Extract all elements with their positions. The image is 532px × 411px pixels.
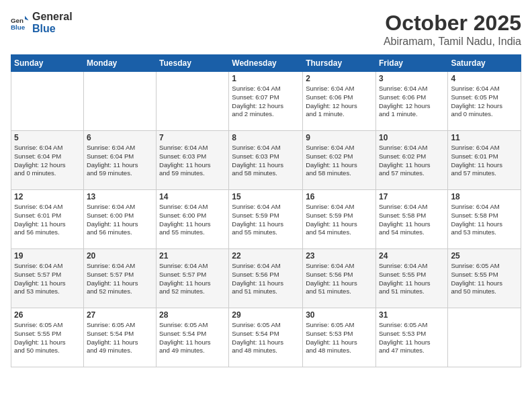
- day-number: 8: [232, 133, 300, 142]
- day-info: Sunrise: 6:04 AMSunset: 5:55 PMDaylight:…: [379, 262, 445, 296]
- day-cell: 18Sunrise: 6:04 AMSunset: 5:58 PMDayligh…: [448, 190, 521, 249]
- week-row-2: 5Sunrise: 6:04 AMSunset: 6:04 PMDaylight…: [11, 131, 521, 190]
- day-number: 31: [379, 310, 445, 320]
- day-cell: 11Sunrise: 6:04 AMSunset: 6:01 PMDayligh…: [448, 131, 521, 190]
- week-row-1: 1Sunrise: 6:04 AMSunset: 6:07 PMDaylight…: [11, 72, 521, 131]
- day-info: Sunrise: 6:04 AMSunset: 6:00 PMDaylight:…: [87, 203, 153, 237]
- day-cell: 25Sunrise: 6:05 AMSunset: 5:55 PMDayligh…: [448, 249, 521, 308]
- day-cell: 21Sunrise: 6:04 AMSunset: 5:57 PMDayligh…: [157, 249, 229, 308]
- svg-text:Blue: Blue: [11, 23, 26, 30]
- day-info: Sunrise: 6:04 AMSunset: 5:59 PMDaylight:…: [232, 203, 300, 237]
- day-info: Sunrise: 6:04 AMSunset: 6:02 PMDaylight:…: [306, 144, 373, 178]
- svg-marker-2: [25, 15, 29, 20]
- day-cell: 24Sunrise: 6:04 AMSunset: 5:55 PMDayligh…: [375, 249, 447, 308]
- day-info: Sunrise: 6:04 AMSunset: 5:58 PMDaylight:…: [379, 203, 445, 237]
- day-number: 5: [14, 133, 81, 142]
- day-cell: 23Sunrise: 6:04 AMSunset: 5:56 PMDayligh…: [303, 249, 376, 308]
- day-info: Sunrise: 6:04 AMSunset: 5:56 PMDaylight:…: [306, 262, 373, 296]
- day-cell: 31Sunrise: 6:05 AMSunset: 5:53 PMDayligh…: [375, 308, 447, 367]
- weekday-header-wednesday: Wednesday: [229, 55, 303, 72]
- day-info: Sunrise: 6:05 AMSunset: 5:55 PMDaylight:…: [451, 262, 518, 296]
- day-cell: 9Sunrise: 6:04 AMSunset: 6:02 PMDaylight…: [303, 131, 376, 190]
- weekday-header-tuesday: Tuesday: [157, 55, 229, 72]
- day-cell: 16Sunrise: 6:04 AMSunset: 5:59 PMDayligh…: [303, 190, 376, 249]
- day-number: 19: [14, 251, 81, 261]
- day-cell: 26Sunrise: 6:05 AMSunset: 5:55 PMDayligh…: [11, 308, 84, 367]
- day-info: Sunrise: 6:04 AMSunset: 5:57 PMDaylight:…: [159, 262, 226, 296]
- day-cell: 7Sunrise: 6:04 AMSunset: 6:03 PMDaylight…: [157, 131, 229, 190]
- weekday-header-friday: Friday: [375, 55, 447, 72]
- logo-icon: Gen Blue: [11, 13, 30, 32]
- day-cell: 29Sunrise: 6:05 AMSunset: 5:54 PMDayligh…: [229, 308, 303, 367]
- weekday-header-sunday: Sunday: [11, 55, 84, 72]
- day-number: 25: [451, 251, 518, 261]
- weekday-header-monday: Monday: [83, 55, 156, 72]
- logo: Gen Blue General Blue: [11, 11, 73, 34]
- day-cell: 17Sunrise: 6:04 AMSunset: 5:58 PMDayligh…: [375, 190, 447, 249]
- day-info: Sunrise: 6:04 AMSunset: 6:04 PMDaylight:…: [14, 144, 81, 178]
- day-info: Sunrise: 6:04 AMSunset: 6:01 PMDaylight:…: [14, 203, 81, 237]
- day-number: 24: [379, 251, 445, 261]
- week-row-5: 26Sunrise: 6:05 AMSunset: 5:55 PMDayligh…: [11, 308, 521, 367]
- day-cell: 10Sunrise: 6:04 AMSunset: 6:02 PMDayligh…: [375, 131, 447, 190]
- weekday-header-thursday: Thursday: [303, 55, 376, 72]
- day-cell: 8Sunrise: 6:04 AMSunset: 6:03 PMDaylight…: [229, 131, 303, 190]
- day-info: Sunrise: 6:04 AMSunset: 6:06 PMDaylight:…: [379, 85, 445, 119]
- day-number: 4: [451, 74, 518, 83]
- day-number: 13: [87, 192, 153, 201]
- weekday-header-row: SundayMondayTuesdayWednesdayThursdayFrid…: [11, 55, 521, 72]
- day-number: 30: [306, 310, 373, 320]
- day-number: 17: [379, 192, 445, 201]
- day-info: Sunrise: 6:04 AMSunset: 5:56 PMDaylight:…: [232, 262, 300, 296]
- day-info: Sunrise: 6:05 AMSunset: 5:53 PMDaylight:…: [379, 321, 445, 355]
- day-info: Sunrise: 6:04 AMSunset: 6:04 PMDaylight:…: [87, 144, 153, 178]
- week-row-3: 12Sunrise: 6:04 AMSunset: 6:01 PMDayligh…: [11, 190, 521, 249]
- day-info: Sunrise: 6:05 AMSunset: 5:55 PMDaylight:…: [14, 321, 81, 355]
- day-number: 3: [379, 74, 445, 83]
- logo-text-blue: Blue: [32, 23, 73, 35]
- day-cell: 20Sunrise: 6:04 AMSunset: 5:57 PMDayligh…: [83, 249, 156, 308]
- day-number: 1: [232, 74, 300, 83]
- day-cell: 27Sunrise: 6:05 AMSunset: 5:54 PMDayligh…: [83, 308, 156, 367]
- day-cell: 1Sunrise: 6:04 AMSunset: 6:07 PMDaylight…: [229, 72, 303, 131]
- day-number: 26: [14, 310, 81, 320]
- day-number: 12: [14, 192, 81, 201]
- day-number: 21: [159, 251, 226, 261]
- day-number: 27: [87, 310, 153, 320]
- day-cell: 2Sunrise: 6:04 AMSunset: 6:06 PMDaylight…: [303, 72, 376, 131]
- day-info: Sunrise: 6:04 AMSunset: 6:01 PMDaylight:…: [451, 144, 518, 178]
- day-cell: 6Sunrise: 6:04 AMSunset: 6:04 PMDaylight…: [83, 131, 156, 190]
- month-title: October 2025: [384, 11, 521, 36]
- day-cell: 28Sunrise: 6:05 AMSunset: 5:54 PMDayligh…: [157, 308, 229, 367]
- day-info: Sunrise: 6:04 AMSunset: 6:00 PMDaylight:…: [159, 203, 226, 237]
- page-header: Gen Blue General Blue October 2025 Abira…: [11, 11, 521, 48]
- day-cell: 19Sunrise: 6:04 AMSunset: 5:57 PMDayligh…: [11, 249, 84, 308]
- week-row-4: 19Sunrise: 6:04 AMSunset: 5:57 PMDayligh…: [11, 249, 521, 308]
- day-number: 9: [306, 133, 373, 142]
- location-title: Abiramam, Tamil Nadu, India: [384, 36, 521, 48]
- day-info: Sunrise: 6:04 AMSunset: 6:03 PMDaylight:…: [232, 144, 300, 178]
- day-number: 28: [159, 310, 226, 320]
- day-cell: [157, 72, 229, 131]
- day-cell: 5Sunrise: 6:04 AMSunset: 6:04 PMDaylight…: [11, 131, 84, 190]
- day-cell: 3Sunrise: 6:04 AMSunset: 6:06 PMDaylight…: [375, 72, 447, 131]
- day-info: Sunrise: 6:04 AMSunset: 6:05 PMDaylight:…: [451, 85, 518, 119]
- day-info: Sunrise: 6:04 AMSunset: 5:57 PMDaylight:…: [87, 262, 153, 296]
- day-number: 29: [232, 310, 300, 320]
- day-number: 22: [232, 251, 300, 261]
- day-cell: 30Sunrise: 6:05 AMSunset: 5:53 PMDayligh…: [303, 308, 376, 367]
- day-number: 20: [87, 251, 153, 261]
- day-number: 7: [159, 133, 226, 142]
- day-info: Sunrise: 6:04 AMSunset: 6:02 PMDaylight:…: [379, 144, 445, 178]
- day-cell: 12Sunrise: 6:04 AMSunset: 6:01 PMDayligh…: [11, 190, 84, 249]
- day-info: Sunrise: 6:04 AMSunset: 6:03 PMDaylight:…: [159, 144, 226, 178]
- day-cell: 22Sunrise: 6:04 AMSunset: 5:56 PMDayligh…: [229, 249, 303, 308]
- day-cell: 14Sunrise: 6:04 AMSunset: 6:00 PMDayligh…: [157, 190, 229, 249]
- day-number: 23: [306, 251, 373, 261]
- day-cell: [448, 308, 521, 367]
- day-number: 16: [306, 192, 373, 201]
- day-number: 18: [451, 192, 518, 201]
- day-cell: 15Sunrise: 6:04 AMSunset: 5:59 PMDayligh…: [229, 190, 303, 249]
- day-info: Sunrise: 6:04 AMSunset: 6:06 PMDaylight:…: [306, 85, 373, 119]
- day-info: Sunrise: 6:04 AMSunset: 5:59 PMDaylight:…: [306, 203, 373, 237]
